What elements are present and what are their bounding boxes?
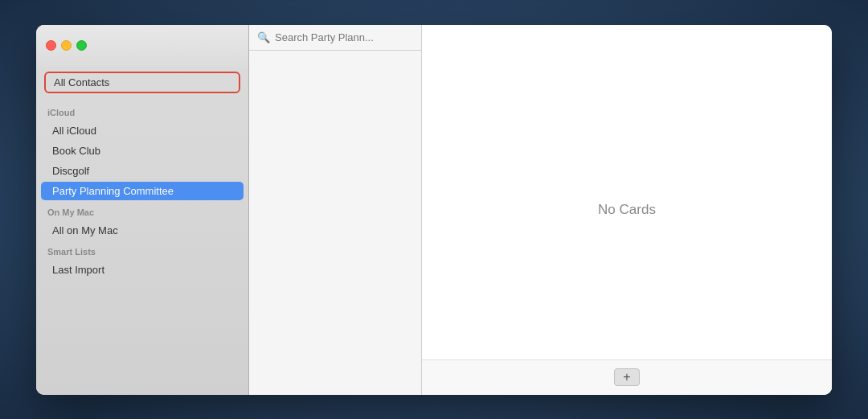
detail-panel: No Cards + [422,25,832,395]
sidebar-item-all-on-my-mac[interactable]: All on My Mac [41,221,244,240]
no-cards-label: No Cards [598,202,656,218]
sidebar-item-book-club[interactable]: Book Club [41,142,244,160]
sidebar-item-last-import[interactable]: Last Import [41,261,244,279]
sidebar: All Contacts iCloud All iCloud Book Club… [36,25,249,395]
search-icon: 🔍 [257,31,270,43]
all-contacts-button[interactable]: All Contacts [44,72,240,93]
close-button[interactable] [46,40,56,51]
traffic-lights [46,40,87,51]
add-card-button[interactable]: + [614,368,640,386]
contacts-list-empty [249,51,421,395]
on-my-mac-section-label: On My Mac [36,201,248,220]
add-button-bar: + [422,359,832,395]
sidebar-item-all-icloud[interactable]: All iCloud [41,121,244,140]
search-input[interactable] [275,31,413,43]
middle-column: 🔍 [249,25,422,395]
contacts-window: All Contacts iCloud All iCloud Book Club… [36,25,832,395]
sidebar-item-party-planning[interactable]: Party Planning Committee [41,182,244,200]
smart-lists-section-label: Smart Lists [36,240,248,260]
sidebar-header [36,25,248,67]
minimize-button[interactable] [61,40,72,51]
window-content: All Contacts iCloud All iCloud Book Club… [36,25,832,395]
sidebar-item-discgolf[interactable]: Discgolf [41,162,244,180]
maximize-button[interactable] [76,40,87,51]
search-bar: 🔍 [249,25,421,51]
icloud-section-label: iCloud [36,101,248,121]
